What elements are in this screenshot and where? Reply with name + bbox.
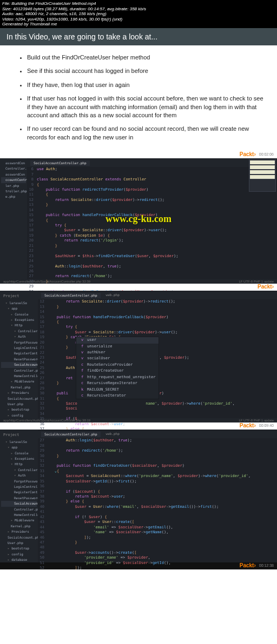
autocomplete-item[interactable]: cRecursiveRegexIterator (76, 380, 159, 386)
tree-folder[interactable]: Auth (1, 334, 37, 339)
tabbar: SocialAccountController.php (27, 159, 277, 167)
tree-file[interactable]: HomeController.ph (1, 373, 37, 379)
tree-folder[interactable]: Exceptions (1, 456, 37, 461)
tree-file[interactable]: Kernel.php (1, 385, 37, 390)
code-editor[interactable]: SocialAccountController.php 6use Auth;78… (27, 158, 277, 279)
tree-file[interactable]: ResetPasswordCon (1, 495, 37, 501)
tree-file[interactable]: User.php (1, 401, 37, 407)
tree-file[interactable]: SocialAccount.php (1, 535, 37, 540)
tree-item[interactable]: e.php (1, 194, 26, 199)
tree-file[interactable]: Controller.php (1, 507, 37, 512)
tree-file[interactable]: Kernel.php (1, 524, 37, 529)
sidebar-title: Project (1, 293, 37, 300)
tree-folder[interactable]: laravelSo (1, 300, 37, 306)
tree-file[interactable]: User.php (1, 540, 37, 546)
tree-folder[interactable]: Http (1, 323, 37, 328)
tree-file[interactable]: SocialAccount.php (1, 396, 37, 401)
tree-item[interactable]: asswordCon (1, 160, 26, 166)
editor-tab[interactable]: SocialAccountController.php (41, 293, 101, 298)
tree-file[interactable]: LoginController.ph (1, 345, 37, 351)
tree-folder[interactable]: app (1, 445, 37, 450)
panel-row (250, 160, 275, 165)
autocomplete-item[interactable]: vsocialUser (76, 355, 159, 361)
meta-audio: Audio: aac, 48000 Hz, 2 channels, s16, 1… (2, 11, 275, 17)
panel-row (250, 165, 275, 170)
slide-body: Build out the FindOrCreateUser helper me… (0, 45, 277, 151)
autocomplete-item[interactable]: funserialize (76, 344, 159, 350)
tabbar: SocialAccountController.php web.php (38, 431, 277, 438)
slide-bullet: If they have, then log that user in agai… (27, 81, 263, 89)
project-sidebar[interactable]: Project laravelSo app Console Exceptions… (0, 291, 38, 418)
tree-file[interactable]: HomeController.ph (1, 512, 37, 518)
autocomplete-item[interactable]: ffindOrCreateUser (76, 368, 159, 374)
autocomplete-item[interactable]: kMAILGUN_SECRET (76, 387, 159, 393)
editor-block-1: asswordCon Controller.p asswordCon ccoun… (0, 158, 277, 279)
editor-block-3: Project laravelSo app Console Exceptions… (0, 430, 277, 562)
slide-title: In this Video, we are going to take a lo… (0, 28, 277, 45)
autocomplete-item[interactable]: cRouteServiceProvider (76, 362, 159, 368)
editor-tab[interactable]: web.php (106, 432, 120, 437)
tree-folder[interactable]: Middleware (1, 518, 37, 523)
tree-folder[interactable]: config (1, 413, 37, 418)
tree-item[interactable]: Controller.p (1, 166, 26, 171)
tree-folder[interactable]: Controllers (1, 467, 37, 473)
panel-row (250, 170, 275, 175)
autocomplete-item[interactable]: vauthUser (76, 350, 159, 355)
tree-folder[interactable]: Providers (1, 390, 37, 395)
tree-file[interactable]: RegisterController. (1, 489, 37, 495)
slide-bullet: Build out the FindOrCreateUser helper me… (27, 53, 263, 62)
tree-folder[interactable]: config (1, 552, 37, 557)
sidebar-title: Project (1, 432, 37, 439)
brand-logo: Packt› (240, 151, 256, 157)
tree-file[interactable]: LoginController.ph (1, 484, 37, 489)
editor-tab[interactable]: SocialAccountController.php (41, 432, 101, 437)
tree-file[interactable]: ForgotPasswordCon (1, 340, 37, 345)
slide-bullet: If that user has not logged in with this… (27, 95, 263, 119)
tree-file[interactable]: ForgotPasswordCon (1, 479, 37, 484)
tree-folder[interactable]: Providers (1, 529, 37, 534)
sidebar-truncated[interactable]: asswordCon Controller.p asswordCon ccoun… (0, 158, 27, 279)
autocomplete-item[interactable]: vuser (76, 337, 159, 343)
code-editor[interactable]: SocialAccountController.php web.php 12 r… (38, 291, 277, 418)
slide-bullet: If no user record can be found and no so… (27, 125, 263, 142)
tree-folder[interactable]: Http (1, 461, 37, 467)
tree-folder[interactable]: Middleware (1, 379, 37, 384)
editor-tab[interactable]: web.php (106, 293, 120, 298)
tree-folder[interactable]: laravelSo (1, 439, 37, 445)
meta-generated: Generated by Thumbnail me (2, 22, 275, 27)
tree-file[interactable]: SocialAccountContr (1, 501, 37, 506)
tree-item[interactable]: ccountContr (1, 177, 26, 183)
tree-folder[interactable]: Controllers (1, 328, 37, 334)
tree-folder[interactable]: Exceptions (1, 317, 37, 323)
git-panel[interactable] (249, 159, 276, 192)
project-sidebar[interactable]: Project laravelSo app Console Exceptions… (0, 430, 38, 562)
tree-folder[interactable]: Console (1, 451, 37, 456)
tree-item[interactable]: troller.php (1, 189, 26, 194)
tree-folder[interactable]: app (1, 306, 37, 311)
timestamp: 00:02:06 (259, 152, 274, 156)
tabbar: SocialAccountController.php web.php (38, 292, 277, 299)
panel-row (250, 175, 275, 179)
video-meta-header: File: Building the FindOrCreateUser Meth… (0, 0, 277, 28)
tree-file[interactable]: Controller.php (1, 368, 37, 373)
tree-folder[interactable]: bootstrap (1, 546, 37, 551)
autocomplete-popup[interactable]: vuser funserialize vauthUser vsocialUser… (76, 337, 159, 399)
tree-file[interactable]: SocialAccountContr (1, 362, 37, 367)
autocomplete-item[interactable]: fhttp_request_method_unregister (76, 374, 159, 380)
meta-file: File: Building the FindOrCreateUser Meth… (2, 1, 275, 6)
code-lines[interactable]: 27 Auth::login($authUser, true);2829 ret… (38, 438, 277, 569)
slide-bullet: See if this social account has logged in… (27, 67, 263, 75)
autocomplete-item[interactable]: cRecursiveIterator (76, 393, 159, 399)
tree-item[interactable]: asswordCon (1, 172, 26, 177)
tree-file[interactable]: ResetPasswordCon (1, 357, 37, 362)
editor-block-2: Project laravelSo app Console Exceptions… (0, 291, 277, 418)
tree-item[interactable]: ler.php (1, 183, 26, 189)
tree-folder[interactable]: bootstrap (1, 407, 37, 412)
tree-folder[interactable]: Console (1, 312, 37, 317)
brand-row: Packt› 00:02:06 (0, 151, 277, 158)
editor-tab[interactable]: SocialAccountController.php (30, 160, 90, 166)
tree-folder[interactable]: database (1, 557, 37, 562)
tree-folder[interactable]: Auth (1, 473, 37, 478)
tree-file[interactable]: RegisterController. (1, 351, 37, 356)
code-editor[interactable]: SocialAccountController.php web.php 27 A… (38, 430, 277, 562)
